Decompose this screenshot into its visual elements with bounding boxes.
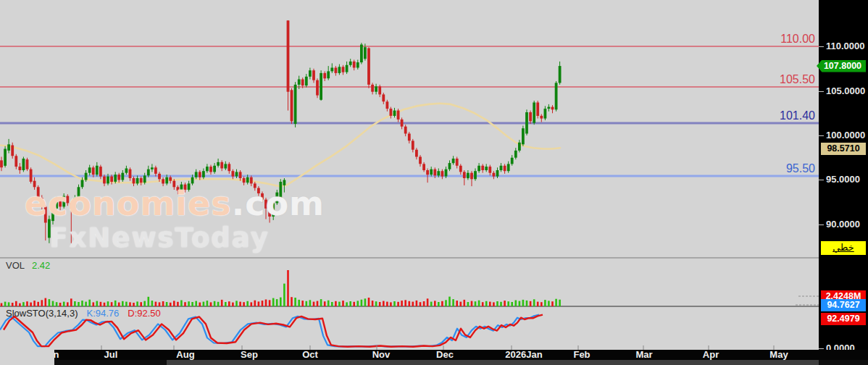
tick-dash [819,135,824,136]
price-badge-92.4979: 92.4979 [821,313,866,325]
price-tick-100.0000: 100.0000 [819,130,865,141]
price-tick-110.0000: 110.0000 [819,41,865,52]
tick-text: 110.0000 [826,41,865,51]
month-label-2026Jan: 2026Jan [505,350,542,360]
tick-text: 90.0000 [826,219,860,230]
stochastic-legend-label: SlowSTO(3,14,3) [6,308,78,319]
stochastic-k-value: K:94.76 [86,308,119,319]
price-badge-107.8000: 107.8000 [817,60,866,72]
month-label-Aug: Aug [176,350,194,360]
month-label-Apr: Apr [703,350,719,360]
volume-legend: VOL2.42 [6,260,50,271]
month-label-Nov: Nov [372,350,391,360]
tick-dash [819,348,824,349]
price-axis: 110.0000105.0000100.000095.000090.00000.… [819,0,868,365]
volume-legend-value: 2.42 [32,260,50,271]
tick-dash [819,91,824,92]
scrollbar-thumb[interactable] [167,360,819,365]
tick-text: 105.0000 [826,85,865,96]
tick-text: 95.0000 [826,174,860,185]
hline-label-95.50: 95.50 [786,162,815,175]
price-badge-94.7627: 94.7627 [821,299,866,311]
hline-label-110.00: 110.00 [780,33,815,46]
stochastic-d-value: D:92.50 [128,308,161,319]
month-label-Jul: Jul [104,350,118,360]
stochastic-legend: SlowSTO(3,14,3)K:94.76D:92.50 [6,308,161,319]
month-label-Sep: Sep [241,350,258,360]
month-label-Jun: Jun [54,350,59,360]
hline-label-101.40: 101.40 [780,109,815,122]
tick-dash [819,225,824,225]
month-label-Dec: Dec [436,350,454,360]
chart-scrollbar[interactable] [54,360,868,365]
hline-label-105.50: 105.50 [780,73,815,86]
month-label-Feb: Feb [573,350,590,360]
volume-legend-label: VOL [6,260,25,271]
month-label-Mar: Mar [635,350,652,360]
price-tick-90.0000: 90.0000 [819,219,860,230]
tick-dash [819,46,824,47]
time-axis: JunJulAugSepOctNovDec2026JanFebMarAprMay [54,350,868,360]
tick-text: 100.0000 [826,130,865,140]
price-tick-105.0000: 105.0000 [819,85,865,97]
month-label-May: May [769,350,788,360]
tick-dash [819,180,824,180]
price-badge-98.5710: 98.5710 [821,143,866,155]
chart-style-button[interactable]: خطي [821,241,866,255]
trading-chart-widget: economies.com FxNewsToday VOL2.42 SlowST… [0,0,868,365]
price-tick-95.0000: 95.0000 [819,174,860,185]
month-label-Oct: Oct [302,350,318,360]
